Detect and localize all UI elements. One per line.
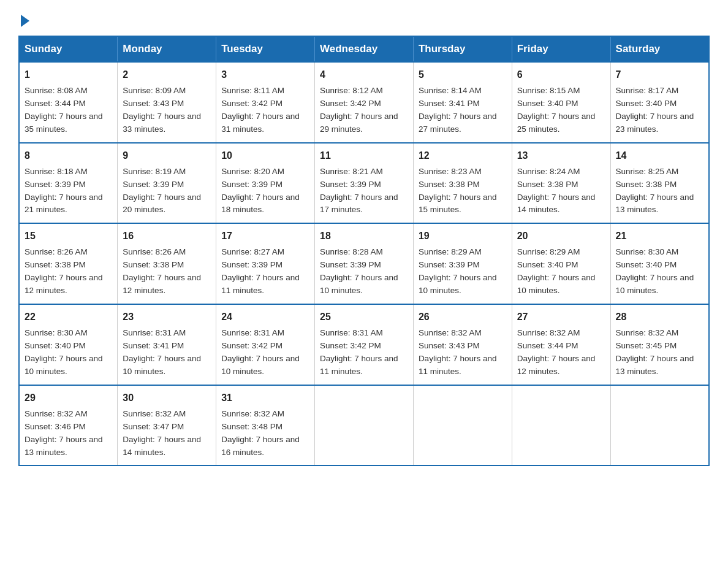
calendar-day-cell: 1Sunrise: 8:08 AMSunset: 3:44 PMDaylight… [19,62,118,143]
day-number: 29 [25,391,112,405]
calendar-day-cell: 12Sunrise: 8:23 AMSunset: 3:38 PMDayligh… [413,143,512,224]
day-info: Sunrise: 8:30 AMSunset: 3:40 PMDaylight:… [616,247,694,295]
day-info: Sunrise: 8:31 AMSunset: 3:42 PMDaylight:… [221,328,300,376]
day-info: Sunrise: 8:29 AMSunset: 3:39 PMDaylight:… [419,247,497,295]
day-number: 27 [517,310,605,324]
day-number: 9 [123,148,211,163]
day-number: 30 [123,391,211,405]
calendar-day-cell: 30Sunrise: 8:32 AMSunset: 3:47 PMDayligh… [118,385,216,466]
day-info: Sunrise: 8:31 AMSunset: 3:42 PMDaylight:… [320,328,398,376]
day-info: Sunrise: 8:32 AMSunset: 3:48 PMDaylight:… [221,409,300,457]
day-info: Sunrise: 8:18 AMSunset: 3:39 PMDaylight:… [25,167,103,215]
calendar-day-cell: 9Sunrise: 8:19 AMSunset: 3:39 PMDaylight… [118,143,216,224]
calendar-day-cell: 22Sunrise: 8:30 AMSunset: 3:40 PMDayligh… [19,304,118,385]
weekday-header-monday: Monday [118,36,216,62]
calendar-day-cell: 6Sunrise: 8:15 AMSunset: 3:40 PMDaylight… [512,62,610,143]
day-info: Sunrise: 8:31 AMSunset: 3:41 PMDaylight:… [123,328,201,376]
calendar-day-cell: 7Sunrise: 8:17 AMSunset: 3:40 PMDaylight… [610,62,709,143]
weekday-header-friday: Friday [512,36,610,62]
day-info: Sunrise: 8:19 AMSunset: 3:39 PMDaylight:… [123,167,201,215]
logo [18,12,29,25]
day-info: Sunrise: 8:21 AMSunset: 3:39 PMDaylight:… [320,167,398,215]
day-info: Sunrise: 8:32 AMSunset: 3:45 PMDaylight:… [616,328,694,376]
day-number: 20 [517,229,605,243]
day-number: 23 [123,310,211,324]
calendar-day-cell: 4Sunrise: 8:12 AMSunset: 3:42 PMDaylight… [315,62,414,143]
calendar-week-row: 15Sunrise: 8:26 AMSunset: 3:38 PMDayligh… [19,223,709,304]
calendar-day-cell: 28Sunrise: 8:32 AMSunset: 3:45 PMDayligh… [610,304,709,385]
day-info: Sunrise: 8:09 AMSunset: 3:43 PMDaylight:… [123,86,201,134]
day-info: Sunrise: 8:32 AMSunset: 3:46 PMDaylight:… [25,409,103,457]
calendar-week-row: 1Sunrise: 8:08 AMSunset: 3:44 PMDaylight… [19,62,709,143]
day-number: 2 [123,67,211,82]
calendar-day-cell: 15Sunrise: 8:26 AMSunset: 3:38 PMDayligh… [19,223,118,304]
calendar-day-cell: 24Sunrise: 8:31 AMSunset: 3:42 PMDayligh… [216,304,315,385]
day-info: Sunrise: 8:24 AMSunset: 3:38 PMDaylight:… [517,167,596,215]
calendar-day-cell: 5Sunrise: 8:14 AMSunset: 3:41 PMDaylight… [413,62,512,143]
day-number: 24 [221,310,309,324]
day-number: 31 [221,391,309,405]
calendar-day-cell: 16Sunrise: 8:26 AMSunset: 3:38 PMDayligh… [118,223,216,304]
calendar-day-cell: 13Sunrise: 8:24 AMSunset: 3:38 PMDayligh… [512,143,610,224]
calendar-day-cell: 3Sunrise: 8:11 AMSunset: 3:42 PMDaylight… [216,62,315,143]
weekday-header-wednesday: Wednesday [315,36,414,62]
weekday-header-tuesday: Tuesday [216,36,315,62]
day-number: 3 [221,67,309,82]
calendar-day-cell: 2Sunrise: 8:09 AMSunset: 3:43 PMDaylight… [118,62,216,143]
day-info: Sunrise: 8:30 AMSunset: 3:40 PMDaylight:… [25,328,103,376]
day-info: Sunrise: 8:25 AMSunset: 3:38 PMDaylight:… [616,167,694,215]
calendar-day-cell: 29Sunrise: 8:32 AMSunset: 3:46 PMDayligh… [19,385,118,466]
day-info: Sunrise: 8:23 AMSunset: 3:38 PMDaylight:… [419,167,497,215]
day-info: Sunrise: 8:11 AMSunset: 3:42 PMDaylight:… [221,86,300,134]
calendar-day-cell: 17Sunrise: 8:27 AMSunset: 3:39 PMDayligh… [216,223,315,304]
day-info: Sunrise: 8:32 AMSunset: 3:43 PMDaylight:… [419,328,497,376]
calendar-day-cell [413,385,512,466]
day-number: 26 [419,310,507,324]
calendar-day-cell: 18Sunrise: 8:28 AMSunset: 3:39 PMDayligh… [315,223,414,304]
day-number: 22 [25,310,112,324]
day-info: Sunrise: 8:15 AMSunset: 3:40 PMDaylight:… [517,86,596,134]
calendar-day-cell: 21Sunrise: 8:30 AMSunset: 3:40 PMDayligh… [610,223,709,304]
calendar-body: 1Sunrise: 8:08 AMSunset: 3:44 PMDaylight… [19,62,709,465]
day-number: 8 [25,148,112,163]
day-number: 14 [616,148,703,163]
day-info: Sunrise: 8:32 AMSunset: 3:47 PMDaylight:… [123,409,201,457]
day-number: 5 [419,67,507,82]
calendar-day-cell: 31Sunrise: 8:32 AMSunset: 3:48 PMDayligh… [216,385,315,466]
page-header [18,12,710,25]
day-number: 25 [320,310,408,324]
calendar-day-cell: 19Sunrise: 8:29 AMSunset: 3:39 PMDayligh… [413,223,512,304]
day-info: Sunrise: 8:27 AMSunset: 3:39 PMDaylight:… [221,247,300,295]
day-info: Sunrise: 8:26 AMSunset: 3:38 PMDaylight:… [25,247,103,295]
calendar-day-cell: 8Sunrise: 8:18 AMSunset: 3:39 PMDaylight… [19,143,118,224]
calendar-week-row: 8Sunrise: 8:18 AMSunset: 3:39 PMDaylight… [19,143,709,224]
day-info: Sunrise: 8:29 AMSunset: 3:40 PMDaylight:… [517,247,596,295]
weekday-header-sunday: Sunday [19,36,118,62]
calendar-day-cell [512,385,610,466]
calendar-day-cell: 23Sunrise: 8:31 AMSunset: 3:41 PMDayligh… [118,304,216,385]
calendar-day-cell: 10Sunrise: 8:20 AMSunset: 3:39 PMDayligh… [216,143,315,224]
calendar-week-row: 29Sunrise: 8:32 AMSunset: 3:46 PMDayligh… [19,385,709,466]
day-number: 28 [616,310,703,324]
day-number: 12 [419,148,507,163]
day-number: 16 [123,229,211,243]
calendar-day-cell: 11Sunrise: 8:21 AMSunset: 3:39 PMDayligh… [315,143,414,224]
day-info: Sunrise: 8:20 AMSunset: 3:39 PMDaylight:… [221,167,300,215]
day-info: Sunrise: 8:26 AMSunset: 3:38 PMDaylight:… [123,247,201,295]
weekday-header-row: SundayMondayTuesdayWednesdayThursdayFrid… [19,36,709,62]
day-number: 15 [25,229,112,243]
calendar-header: SundayMondayTuesdayWednesdayThursdayFrid… [19,36,709,62]
calendar-day-cell [315,385,414,466]
weekday-header-thursday: Thursday [413,36,512,62]
calendar-day-cell [610,385,709,466]
day-info: Sunrise: 8:08 AMSunset: 3:44 PMDaylight:… [25,86,103,134]
logo-arrow-icon [21,15,29,27]
calendar-day-cell: 14Sunrise: 8:25 AMSunset: 3:38 PMDayligh… [610,143,709,224]
day-info: Sunrise: 8:12 AMSunset: 3:42 PMDaylight:… [320,86,398,134]
calendar-day-cell: 20Sunrise: 8:29 AMSunset: 3:40 PMDayligh… [512,223,610,304]
day-number: 19 [419,229,507,243]
day-number: 11 [320,148,408,163]
day-number: 21 [616,229,703,243]
weekday-header-saturday: Saturday [610,36,709,62]
calendar-day-cell: 26Sunrise: 8:32 AMSunset: 3:43 PMDayligh… [413,304,512,385]
